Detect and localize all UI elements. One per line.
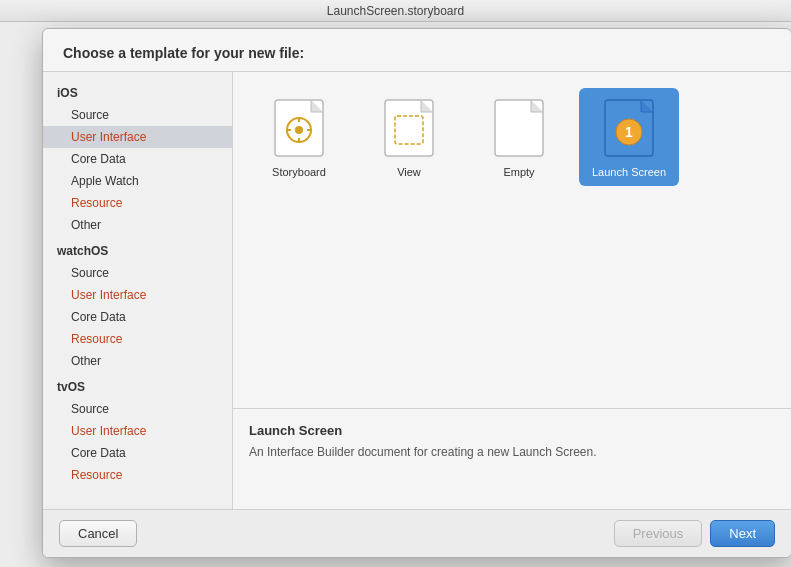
- template-item-empty[interactable]: Empty: [469, 88, 569, 186]
- dialog-header-text: Choose a template for your new file:: [63, 45, 304, 61]
- template-item-view[interactable]: View: [359, 88, 459, 186]
- sidebar-item-tv-user-interface[interactable]: User Interface: [43, 420, 232, 442]
- description-title: Launch Screen: [249, 423, 775, 438]
- description-area: Launch Screen An Interface Builder docum…: [233, 409, 791, 509]
- cancel-button[interactable]: Cancel: [59, 520, 137, 547]
- sidebar-item-ios-source[interactable]: Source: [43, 104, 232, 126]
- template-icon-empty: [487, 96, 551, 160]
- description-text: An Interface Builder document for creati…: [249, 444, 775, 461]
- sidebar-item-tv-core-data[interactable]: Core Data: [43, 442, 232, 464]
- template-icon-view: [377, 96, 441, 160]
- template-label-view: View: [397, 166, 421, 178]
- template-item-storyboard[interactable]: Storyboard: [249, 88, 349, 186]
- template-label-empty: Empty: [503, 166, 534, 178]
- template-item-launch-screen[interactable]: 1 Launch Screen: [579, 88, 679, 186]
- dialog-header: Choose a template for your new file:: [43, 29, 791, 72]
- svg-point-2: [295, 126, 303, 134]
- sidebar-item-watch-resource[interactable]: Resource: [43, 328, 232, 350]
- sidebar-item-ios-core-data[interactable]: Core Data: [43, 148, 232, 170]
- dialog: Choose a template for your new file: iOS…: [42, 28, 791, 558]
- sidebar-group-watchos: watchOS: [43, 236, 232, 262]
- template-label-launch-screen: Launch Screen: [592, 166, 666, 178]
- sidebar-item-ios-other[interactable]: Other: [43, 214, 232, 236]
- sidebar-item-watch-core-data[interactable]: Core Data: [43, 306, 232, 328]
- svg-text:1: 1: [625, 124, 633, 140]
- titlebar-text: LaunchScreen.storyboard: [327, 4, 464, 18]
- sidebar-item-watch-user-interface[interactable]: User Interface: [43, 284, 232, 306]
- previous-button[interactable]: Previous: [614, 520, 703, 547]
- sidebar-group-ios: iOS: [43, 78, 232, 104]
- template-icon-storyboard: [267, 96, 331, 160]
- dialog-footer: Cancel Previous Next: [43, 509, 791, 557]
- next-button[interactable]: Next: [710, 520, 775, 547]
- content-area: Storyboard View Empty 1 Launch Screen La…: [233, 72, 791, 509]
- sidebar: iOSSourceUser InterfaceCore DataApple Wa…: [43, 72, 233, 509]
- sidebar-item-ios-resource[interactable]: Resource: [43, 192, 232, 214]
- template-grid: Storyboard View Empty 1 Launch Screen: [233, 72, 791, 409]
- sidebar-item-ios-user-interface[interactable]: User Interface: [43, 126, 232, 148]
- sidebar-group-tvos: tvOS: [43, 372, 232, 398]
- sidebar-item-tv-source[interactable]: Source: [43, 398, 232, 420]
- titlebar: LaunchScreen.storyboard: [0, 0, 791, 22]
- template-label-storyboard: Storyboard: [272, 166, 326, 178]
- template-icon-launch-screen: 1: [597, 96, 661, 160]
- dialog-body: iOSSourceUser InterfaceCore DataApple Wa…: [43, 72, 791, 509]
- sidebar-item-watch-source[interactable]: Source: [43, 262, 232, 284]
- sidebar-item-tv-resource[interactable]: Resource: [43, 464, 232, 486]
- sidebar-item-watch-other[interactable]: Other: [43, 350, 232, 372]
- footer-right: Previous Next: [614, 520, 775, 547]
- sidebar-item-ios-apple-watch[interactable]: Apple Watch: [43, 170, 232, 192]
